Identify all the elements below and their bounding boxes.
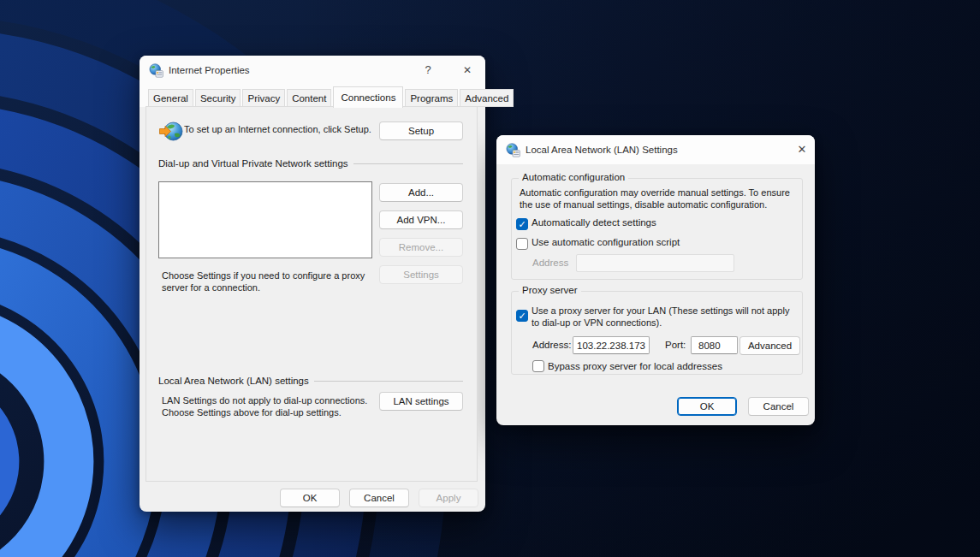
setup-instruction-text: To set up an Internet connection, click … [184, 123, 385, 135]
tab-content[interactable]: Content [287, 89, 331, 107]
proxy-port-label: Port: [665, 340, 686, 350]
help-icon[interactable]: ? [420, 56, 436, 85]
proxy-server-label: Proxy server [519, 285, 581, 295]
dialup-group-divider [353, 163, 463, 164]
internet-properties-titlebar: Internet Properties ? ✕ [140, 56, 485, 85]
proxy-port-input[interactable] [691, 336, 738, 354]
close-icon[interactable]: ✕ [794, 135, 810, 164]
script-address-label: Address [532, 258, 568, 268]
check-icon: ✓ [519, 311, 526, 321]
choose-settings-text: Choose Settings if you need to configure… [162, 270, 380, 293]
dialup-connections-listbox[interactable] [158, 181, 372, 258]
apply-button: Apply [419, 489, 478, 507]
tab-advanced[interactable]: Advanced [460, 89, 514, 107]
tab-general[interactable]: General [148, 89, 193, 107]
use-script-label[interactable]: Use automatic configuration script [532, 237, 680, 247]
tab-connections[interactable]: Connections [333, 86, 403, 108]
ok-button[interactable]: OK [280, 489, 340, 507]
bypass-proxy-label[interactable]: Bypass proxy server for local addresses [548, 361, 722, 371]
lan-group-header: Local Area Network (LAN) settings [158, 376, 463, 386]
lan-info-text: LAN Settings do not apply to dial-up con… [162, 394, 381, 418]
proxy-address-input[interactable] [573, 336, 650, 354]
settings-button: Settings [379, 265, 463, 284]
use-proxy-checkbox[interactable]: ✓ [516, 310, 528, 322]
tab-privacy[interactable]: Privacy [242, 89, 285, 107]
script-address-input [576, 254, 734, 272]
lan-dialog-titlebar: Local Area Network (LAN) Settings ✕ [496, 135, 815, 164]
auto-detect-checkbox[interactable]: ✓ [516, 218, 528, 230]
automatic-configuration-group: Automatic configuration Automatic config… [511, 178, 803, 280]
use-proxy-label[interactable]: Use a proxy server for your LAN (These s… [532, 305, 799, 329]
dialog-title: Internet Properties [169, 56, 250, 85]
automatic-configuration-description: Automatic configuration may override man… [520, 187, 799, 210]
dialog-title: Local Area Network (LAN) Settings [526, 135, 678, 164]
remove-button: Remove... [379, 238, 463, 257]
internet-properties-icon [149, 63, 163, 78]
proxy-server-group: Proxy server ✓ Use a proxy server for yo… [511, 291, 803, 375]
bypass-proxy-checkbox[interactable] [532, 360, 544, 372]
close-icon[interactable]: ✕ [460, 56, 475, 85]
cancel-button[interactable]: Cancel [349, 489, 409, 507]
tab-strip: General Security Privacy Content Connect… [148, 86, 514, 107]
tab-security[interactable]: Security [195, 89, 241, 107]
dialup-group-label: Dial-up and Virtual Private Network sett… [158, 158, 348, 169]
tab-programs[interactable]: Programs [405, 89, 458, 107]
lan-group-label: Local Area Network (LAN) settings [158, 376, 309, 386]
add-button[interactable]: Add... [379, 183, 463, 202]
automatic-configuration-label: Automatic configuration [519, 172, 628, 182]
setup-button[interactable]: Setup [379, 121, 463, 140]
cancel-button[interactable]: Cancel [748, 397, 809, 416]
use-script-checkbox[interactable] [516, 238, 528, 250]
internet-properties-dialog: Internet Properties ? ✕ General Security… [140, 56, 485, 512]
auto-detect-label[interactable]: Automatically detect settings [532, 217, 656, 228]
advanced-button[interactable]: Advanced [739, 336, 800, 355]
add-vpn-button[interactable]: Add VPN... [379, 210, 463, 229]
lan-dialog-icon [506, 143, 520, 157]
dialup-group-header: Dial-up and Virtual Private Network sett… [158, 158, 463, 169]
check-icon: ✓ [519, 219, 526, 229]
lan-settings-button[interactable]: LAN settings [379, 392, 463, 411]
lan-group-divider [314, 381, 463, 382]
internet-globe-icon [158, 120, 184, 144]
lan-settings-dialog: Local Area Network (LAN) Settings ✕ Auto… [496, 135, 815, 425]
proxy-address-label: Address: [532, 340, 571, 350]
ok-button[interactable]: OK [677, 397, 737, 416]
